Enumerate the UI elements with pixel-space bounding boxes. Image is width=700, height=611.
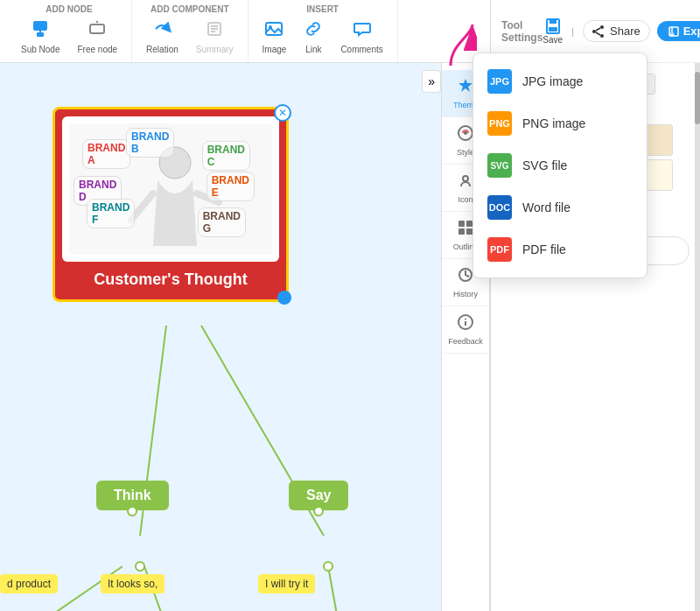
export-svg-item[interactable]: SVG SVG file [473,144,647,186]
central-node[interactable]: ✕ BRANDA BRANDB [52,107,289,302]
svg-rect-0 [33,21,47,31]
brand-f: BRANDF [87,199,135,228]
svg-line-35 [328,566,337,611]
sub-node-button[interactable]: Sub Node [16,16,65,58]
summary-icon [205,19,224,43]
pdf-label: PDF file [522,242,566,256]
separator: | [571,26,574,37]
free-node-button[interactable]: Free node [72,16,122,58]
svg-point-14 [600,25,604,29]
svg-rect-26 [458,228,465,235]
canvas-area: ✕ BRANDA BRANDB [0,63,441,611]
product-node[interactable]: d product [0,574,58,593]
svg-rect-25 [466,221,472,227]
image-button[interactable]: Image [257,16,292,58]
png-label: PNG image [522,116,585,130]
feedback-icon [457,313,474,335]
export-png-item[interactable]: PNG PNG image [473,102,647,144]
sidebar-item-feedback[interactable]: Feedback [442,306,489,354]
outline-icon [457,219,474,241]
resize-handle[interactable] [277,291,291,305]
link-button[interactable]: Link [298,16,328,58]
svg-line-17 [596,28,600,31]
jpg-icon: JPG [487,69,512,94]
central-node-inner: BRANDA BRANDB BRANDC BRANDD BRANDE BRAND… [62,116,279,262]
svg-rect-24 [458,221,465,227]
history-label: History [453,290,478,298]
brand-c: BRANDC [202,141,250,171]
export-jpg-item[interactable]: JPG JPG image [473,60,647,102]
comments-icon [353,19,372,43]
icon-icon [457,172,474,193]
add-node-label: Add Node [46,4,92,14]
svg-point-16 [600,34,604,38]
export-button[interactable]: Export [657,21,700,41]
word-icon: DOC [487,195,512,220]
png-icon: PNG [487,111,512,136]
say-node[interactable]: Say [289,481,348,510]
jpg-label: JPG image [522,74,583,88]
comments-label: Comments [340,45,382,54]
summary-button[interactable]: Summary [191,16,239,58]
insert-group: Insert Image Link Comments [248,0,398,62]
svg-icon: SVG [487,153,512,178]
looks-label: It looks so, [108,578,158,590]
add-component-group: Add Component Relation Summary [132,0,248,62]
svg-rect-1 [37,32,44,37]
svg-rect-13 [549,27,557,32]
share-label: Share [610,25,640,38]
svg-line-18 [596,32,600,35]
svg-rect-12 [550,19,556,24]
say-connector [313,506,324,516]
svg-point-36 [136,562,144,571]
try-node[interactable]: I will try it [258,574,315,593]
brand-b: BRANDB [126,128,174,158]
share-button[interactable]: Share [583,20,650,42]
say-label: Say [306,488,331,502]
export-word-item[interactable]: DOC Word file [473,186,647,228]
theme-icon [457,77,474,99]
think-label: Think [114,488,151,502]
history-icon [457,266,474,288]
feedback-label: Feedback [448,337,483,346]
free-node-label: Free node [77,45,117,54]
comments-button[interactable]: Comments [335,16,388,58]
mind-map: ✕ BRANDA BRANDB [0,63,441,611]
svg-label: SVG file [522,158,567,172]
export-label: Export [683,25,700,38]
brands-area: BRANDA BRANDB BRANDC BRANDD BRANDE BRAND… [69,123,272,255]
export-pdf-item[interactable]: PDF PDF file [473,228,647,270]
looks-node[interactable]: It looks so, [101,574,164,593]
style-label: Style [457,148,474,157]
add-component-items: Relation Summary [141,16,239,58]
insert-items: Image Link Comments [257,16,388,58]
think-node[interactable]: Think [96,481,169,510]
add-node-items: Sub Node Free node [16,16,122,58]
expand-button[interactable]: » [422,70,441,93]
try-label: I will try it [265,578,308,590]
add-node-group: Add Node Sub Node Free node [7,0,132,62]
header-actions: Save | Share Export [542,18,700,45]
sub-node-icon [31,19,50,43]
tool-settings-title: Tool Settings [501,19,542,44]
svg-point-15 [592,30,596,33]
sub-node-label: Sub Node [21,45,60,54]
scrollbar[interactable] [695,63,700,611]
central-node-title: Customer's Thought [62,267,279,292]
free-node-icon [88,19,107,43]
svg-rect-27 [466,228,472,235]
scrollbar-thumb[interactable] [695,72,700,124]
link-label: Link [305,45,321,54]
think-connector [127,506,137,516]
svg-point-22 [464,131,467,135]
link-icon [304,19,323,43]
save-button[interactable]: Save [542,18,563,45]
close-button[interactable]: ✕ [274,104,291,122]
style-icon [457,124,474,146]
insert-label: Insert [306,4,339,14]
relation-icon [152,19,172,43]
relation-button[interactable]: Relation [141,16,184,58]
image-label: Image [262,45,287,54]
brand-a: BRANDA [82,139,130,169]
add-component-label: Add Component [150,4,228,14]
